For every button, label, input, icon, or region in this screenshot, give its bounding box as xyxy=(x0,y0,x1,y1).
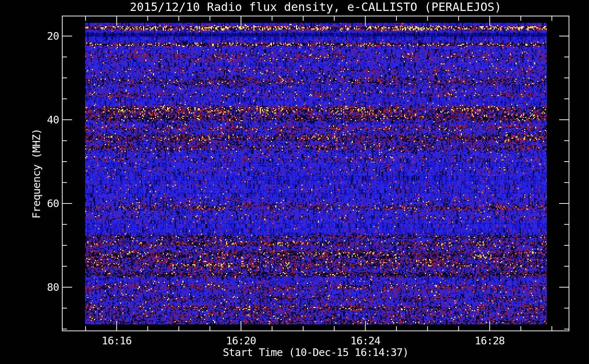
x-tick-label: 16:16 xyxy=(87,335,146,346)
y-tick-label: 40 xyxy=(26,114,59,125)
y-tick-label: 80 xyxy=(26,282,59,293)
y-tick-label: 60 xyxy=(26,198,59,209)
y-tick-label: 20 xyxy=(26,31,59,41)
x-tick-label: 16:20 xyxy=(212,335,270,346)
spectrogram-figure: 2015/12/10 Radio flux density, e-CALLIST… xyxy=(0,0,589,364)
chart-title: 2015/12/10 Radio flux density, e-CALLIST… xyxy=(62,1,569,13)
x-tick-label: 16:28 xyxy=(460,335,519,346)
spectrogram-plot-canvas xyxy=(0,0,589,364)
x-axis-title: Start Time (10-Dec-15 16:14:37) xyxy=(62,347,569,358)
x-tick-label: 16:24 xyxy=(336,335,395,346)
